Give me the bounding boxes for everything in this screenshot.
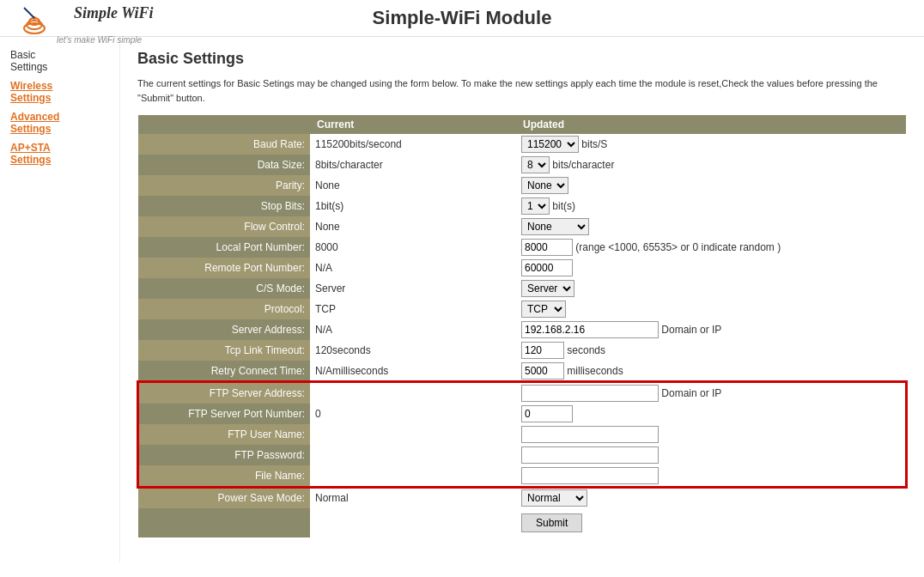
table-row: Flow Control: None NoneHardwareSoftware (138, 216, 906, 237)
main-container: BasicSettings WirelessSettings AdvancedS… (0, 37, 924, 562)
row-current: None (310, 175, 516, 196)
table-row: Protocol: TCP TCPUDP (138, 299, 906, 319)
data-size-select[interactable]: 8765 (521, 156, 550, 173)
ftp-updated (516, 404, 906, 424)
logo-icon (17, 1, 52, 35)
row-current: 120seconds (310, 340, 516, 361)
stop-bits-unit: bit(s) (552, 200, 575, 212)
baud-unit: bits/S (581, 138, 607, 150)
row-updated: NoneHardwareSoftware (516, 216, 906, 237)
submit-button-cell: Submit (516, 508, 906, 538)
table-row: Power Save Mode: Normal NormalLowUltra L… (138, 487, 906, 508)
ftp-row: FTP Server Port Number: 0 (138, 404, 906, 424)
power-save-select[interactable]: NormalLowUltra Low (521, 489, 587, 507)
settings-table: Current Updated Baud Rate: 115200bits/se… (137, 115, 907, 538)
ftp-updated (516, 445, 906, 465)
row-updated: 8765 bits/character (516, 155, 906, 175)
local-port-hint: (range <1000, 65535> or 0 indicate rando… (575, 241, 781, 253)
data-size-unit: bits/character (552, 159, 614, 171)
ftp-current: 0 (310, 404, 516, 424)
row-updated: NoneOddEven (516, 175, 906, 196)
sidebar-item-basic-settings[interactable]: BasicSettings (9, 46, 111, 76)
file-name-input[interactable] (521, 467, 659, 484)
table-row: Retry Connect Time: N/Amilliseconds mill… (138, 361, 906, 382)
row-label: Protocol: (138, 299, 310, 319)
ftp-server-address-input[interactable] (521, 385, 659, 402)
ftp-label: FTP Server Address: (138, 382, 310, 404)
ftp-current (310, 445, 516, 465)
sidebar-item-wireless-settings[interactable]: WirelessSettings (9, 76, 111, 107)
main-content: Basic Settings The current settings for … (120, 37, 924, 562)
baud-rate-select[interactable]: 1152009600192003840057600 (521, 136, 579, 153)
server-address-input[interactable] (521, 321, 659, 338)
logo-area: Simple WiFi let's make WiFi simple (17, 0, 171, 45)
ftp-current (310, 424, 516, 445)
logo-text: Simple WiFi let's make WiFi simple (57, 0, 171, 45)
row-current: 115200bits/second (310, 134, 516, 155)
row-updated: 1152009600192003840057600 bits/S (516, 134, 906, 155)
page-title: Simple-WiFi Module (373, 7, 552, 29)
row-label: Server Address: (138, 319, 310, 340)
row-updated: NormalLowUltra Low (516, 487, 906, 508)
submit-button[interactable]: Submit (521, 513, 582, 532)
row-current: 8bits/character (310, 155, 516, 175)
ftp-current (310, 382, 516, 404)
stop-bits-select[interactable]: 12 (521, 197, 550, 215)
submit-cell (310, 508, 516, 538)
ftp-label: FTP Password: (138, 445, 310, 465)
section-title: Basic Settings (137, 50, 907, 68)
protocol-select[interactable]: TCPUDP (521, 301, 566, 318)
table-row: Data Size: 8bits/character 8765 bits/cha… (138, 155, 906, 175)
row-current: N/A (310, 319, 516, 340)
row-label: Data Size: (138, 155, 310, 175)
sidebar-item-advanced-settings[interactable]: AdvancedSettings (9, 107, 111, 138)
row-current: N/A (310, 258, 516, 278)
col-label-header (138, 115, 310, 134)
local-port-input[interactable] (521, 239, 573, 256)
ftp-label: File Name: (138, 465, 310, 487)
row-label: Stop Bits: (138, 196, 310, 216)
table-row: Tcp Link Timeout: 120seconds seconds (138, 340, 906, 361)
row-label: C/S Mode: (138, 278, 310, 299)
retry-time-unit: milliseconds (567, 365, 623, 377)
ftp-section: FTP Server Address: Domain or IP FTP Ser… (138, 382, 906, 487)
ftp-row: File Name: (138, 465, 906, 487)
row-label: Retry Connect Time: (138, 361, 310, 382)
cs-mode-select[interactable]: ServerClient (521, 280, 574, 297)
row-label: Local Port Number: (138, 237, 310, 258)
ftp-port-input[interactable] (521, 405, 573, 422)
table-row: Server Address: N/A Domain or IP (138, 319, 906, 340)
flow-control-select[interactable]: NoneHardwareSoftware (521, 218, 589, 235)
table-row: Baud Rate: 115200bits/second 11520096001… (138, 134, 906, 155)
row-updated: (range <1000, 65535> or 0 indicate rando… (516, 237, 906, 258)
ftp-row: FTP Server Address: Domain or IP (138, 382, 906, 404)
row-label: Parity: (138, 175, 310, 196)
ftp-username-input[interactable] (521, 426, 659, 443)
row-updated: ServerClient (516, 278, 906, 299)
parity-select[interactable]: NoneOddEven (521, 177, 568, 194)
tcp-timeout-input[interactable] (521, 342, 564, 359)
col-updated-header: Updated (516, 115, 906, 134)
ftp-password-input[interactable] (521, 446, 659, 464)
retry-time-input[interactable] (521, 362, 564, 380)
ftp-updated (516, 465, 906, 487)
col-current-header: Current (310, 115, 516, 134)
row-updated: seconds (516, 340, 906, 361)
ftp-label: FTP Server Port Number: (138, 404, 310, 424)
row-label: Baud Rate: (138, 134, 310, 155)
row-updated (516, 258, 906, 278)
row-current: TCP (310, 299, 516, 319)
remote-port-input[interactable] (521, 259, 573, 276)
row-current: Normal (310, 487, 516, 508)
row-label: Remote Port Number: (138, 258, 310, 278)
header: Simple WiFi let's make WiFi simple Simpl… (0, 0, 924, 37)
ftp-row: FTP Password: (138, 445, 906, 465)
row-updated: 12 bit(s) (516, 196, 906, 216)
ftp-label: FTP User Name: (138, 424, 310, 445)
row-updated: milliseconds (516, 361, 906, 382)
sidebar-item-apsta-settings[interactable]: AP+STASettings (9, 138, 111, 169)
tcp-timeout-unit: seconds (567, 344, 605, 356)
row-updated: TCPUDP (516, 299, 906, 319)
logo-sub: let's make WiFi simple (57, 35, 171, 45)
description: The current settings for Basic Setings m… (137, 76, 907, 105)
